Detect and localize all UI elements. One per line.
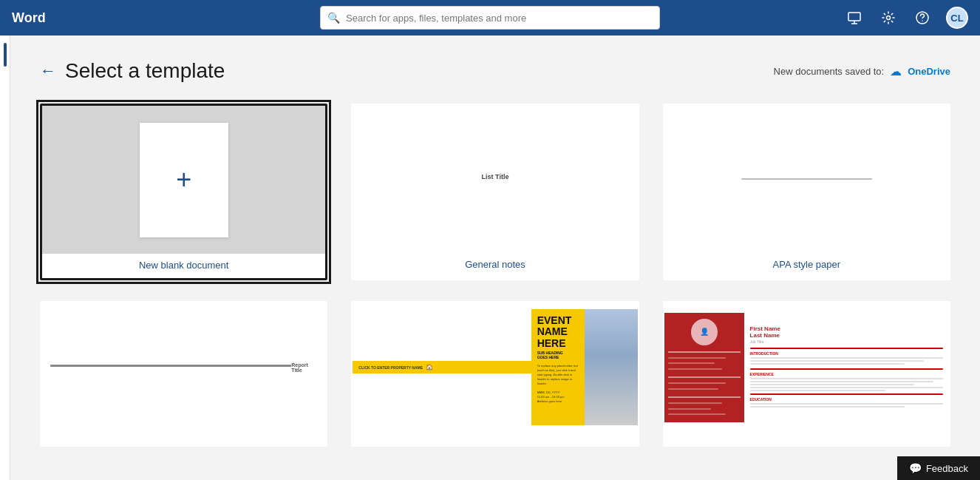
blank-inner-doc: + xyxy=(140,123,228,237)
feedback-label: Feedback xyxy=(926,463,968,474)
resume-left-col: 👤 xyxy=(664,313,744,422)
resume-body-lines: INTRODUCTION EXPERIENCE EDUCATION xyxy=(750,348,943,408)
event-name: EVENTNAMEHERE xyxy=(537,315,579,349)
event-home-icon: 🏠 xyxy=(426,364,433,371)
report-thumbnail: Report Title xyxy=(41,302,326,432)
blank-thumbnail: + xyxy=(42,106,325,254)
page-title: Select a template xyxy=(65,59,225,83)
event-building-image xyxy=(585,309,638,425)
apa-thumbnail xyxy=(664,105,949,253)
apa-label: APA style paper xyxy=(773,259,841,270)
svg-rect-0 xyxy=(848,13,860,21)
app-name: Word xyxy=(12,10,56,26)
topbar: Word 🔍 CL xyxy=(0,0,980,36)
page-header-left: ← Select a template xyxy=(40,59,225,83)
event-body: EVENTNAMEHERE SUB HEADINGGOES HERE To re… xyxy=(531,309,638,425)
plus-icon: + xyxy=(176,166,191,193)
event-subheading: SUB HEADINGGOES HERE xyxy=(537,351,579,359)
help-icon-button[interactable] xyxy=(912,7,933,28)
page-header-right: New documents saved to: ☁ OneDrive xyxy=(774,64,950,78)
sidebar-strip xyxy=(0,36,10,480)
resume-thumbnail: 👤 First NameLast Name Job Title xyxy=(664,302,949,432)
blank-label: New blank document xyxy=(139,260,228,271)
notes-thumbnail: List Title xyxy=(353,105,637,253)
avatar[interactable]: CL xyxy=(946,7,968,29)
event-thumbnail: CLICK TO ENTER PROPERTY NAME 🏠 EVENTNAME… xyxy=(353,302,637,432)
template-card-event[interactable]: CLICK TO ENTER PROPERTY NAME 🏠 EVENTNAME… xyxy=(351,301,639,447)
search-container: 🔍 xyxy=(320,6,660,30)
svg-point-3 xyxy=(887,16,891,20)
template-card-report[interactable]: Report Title xyxy=(40,301,327,447)
resume-right-col: First NameLast Name Job Title INTRODUCTI… xyxy=(744,320,949,415)
back-arrow-icon: ← xyxy=(40,61,56,81)
back-button[interactable]: ← xyxy=(40,61,56,81)
feedback-icon: 💬 xyxy=(909,462,922,474)
notes-label: General notes xyxy=(465,259,525,270)
event-bar-text: CLICK TO ENTER PROPERTY NAME xyxy=(358,365,423,370)
template-card-resume[interactable]: 👤 First NameLast Name Job Title xyxy=(663,301,950,447)
feedback-button[interactable]: 💬 Feedback xyxy=(897,456,980,480)
topbar-right: CL xyxy=(844,7,968,29)
svg-point-5 xyxy=(922,20,923,21)
event-top-bar: CLICK TO ENTER PROPERTY NAME 🏠 xyxy=(353,361,531,373)
notes-title: List Title xyxy=(482,173,509,180)
templates-grid: + New blank document List Title xyxy=(40,104,950,447)
onedrive-link[interactable]: OneDrive xyxy=(908,66,950,77)
template-card-apa[interactable]: APA style paper xyxy=(663,104,950,280)
template-card-blank[interactable]: + New blank document xyxy=(40,104,327,280)
resume-photo: 👤 xyxy=(691,319,718,345)
sidebar-accent xyxy=(4,43,7,67)
event-left: EVENTNAMEHERE SUB HEADINGGOES HERE To re… xyxy=(531,309,585,425)
event-right xyxy=(585,309,638,425)
template-card-notes[interactable]: List Title xyxy=(351,104,639,280)
search-icon: 🔍 xyxy=(327,12,340,24)
main-content: ← Select a template New documents saved … xyxy=(10,36,980,480)
search-input[interactable] xyxy=(320,6,660,30)
page-header: ← Select a template New documents saved … xyxy=(40,59,950,83)
present-icon-button[interactable] xyxy=(844,7,865,28)
event-details: To replace any placeholder text (such as… xyxy=(537,364,579,404)
settings-icon-button[interactable] xyxy=(878,7,899,28)
onedrive-cloud-icon: ☁ xyxy=(890,64,902,78)
saved-to-label: New documents saved to: xyxy=(774,66,885,77)
resume-subtitle: Job Title xyxy=(750,339,943,344)
resume-name: First NameLast Name xyxy=(750,325,943,339)
